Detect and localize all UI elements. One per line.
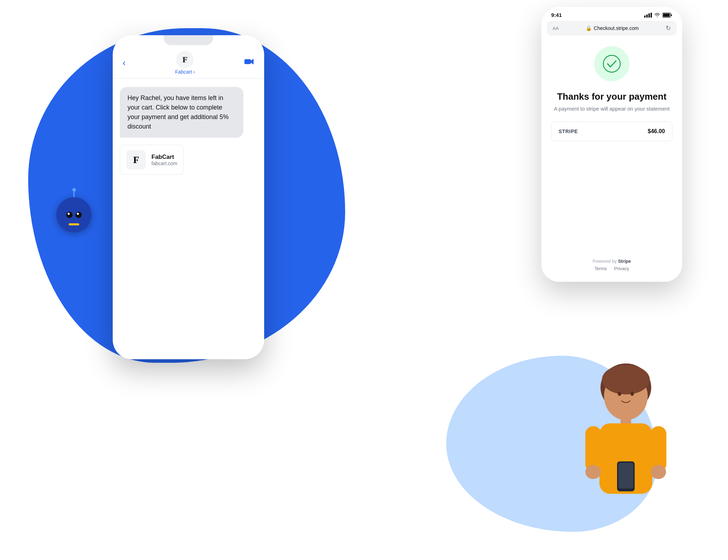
status-icons bbox=[644, 13, 672, 18]
svg-point-18 bbox=[651, 465, 666, 479]
browser-bar[interactable]: AA 🔒 Checkout.stripe.com ↻ bbox=[547, 21, 677, 36]
bot-right-eye bbox=[75, 212, 82, 218]
phone-notch bbox=[164, 35, 213, 45]
svg-rect-2 bbox=[646, 14, 648, 18]
person-svg bbox=[566, 363, 686, 539]
battery-icon bbox=[662, 13, 672, 18]
powered-by: Powered by Stripe bbox=[592, 251, 631, 264]
svg-rect-6 bbox=[663, 13, 670, 17]
url-text: Checkout.stripe.com bbox=[594, 25, 639, 31]
terms-link[interactable]: Terms bbox=[595, 266, 607, 271]
bot-antenna bbox=[74, 191, 75, 197]
success-icon-wrapper bbox=[594, 46, 629, 81]
svg-rect-1 bbox=[644, 15, 646, 18]
app-card[interactable]: F FabCart fabcart.com bbox=[120, 145, 184, 175]
app-card-info: FabCart fabcart.com bbox=[151, 154, 177, 166]
contact-info[interactable]: F Fabcart › bbox=[175, 51, 195, 75]
payment-success-subtitle: A payment to stripe will appear on your … bbox=[554, 106, 670, 112]
app-card-logo: F bbox=[126, 150, 146, 169]
svg-point-10 bbox=[602, 365, 650, 394]
merchant-label: STRIPE bbox=[559, 129, 578, 134]
person-illustration bbox=[559, 342, 693, 539]
footer-links: Terms Privacy bbox=[595, 266, 629, 271]
right-phone: 9:41 AA 🔒 bbox=[541, 7, 682, 282]
svg-point-11 bbox=[618, 392, 621, 396]
app-card-url: fabcart.com bbox=[151, 161, 177, 166]
font-size-label: AA bbox=[553, 26, 559, 31]
bot-face bbox=[66, 212, 82, 218]
svg-rect-3 bbox=[648, 13, 650, 18]
svg-rect-4 bbox=[651, 13, 652, 18]
bot-body bbox=[56, 197, 92, 232]
back-icon[interactable]: ‹ bbox=[123, 57, 126, 68]
signal-icon bbox=[644, 13, 652, 18]
wifi-icon bbox=[654, 13, 660, 18]
bot-left-eye bbox=[66, 212, 73, 218]
contact-avatar: F bbox=[176, 51, 194, 68]
privacy-link[interactable]: Privacy bbox=[614, 266, 629, 271]
left-phone: ‹ F Fabcart › Hey Rachel, you have items… bbox=[113, 35, 264, 359]
svg-point-12 bbox=[630, 392, 634, 396]
contact-name: Fabcart › bbox=[175, 69, 195, 75]
payment-success-title: Thanks for your payment bbox=[557, 91, 667, 102]
stripe-payment-content: Thanks for your payment A payment to str… bbox=[541, 36, 682, 282]
app-card-name: FabCart bbox=[151, 154, 177, 161]
video-call-icon[interactable] bbox=[244, 58, 254, 67]
payment-amount: $46.00 bbox=[648, 128, 665, 135]
browser-url: 🔒 Checkout.stripe.com bbox=[586, 25, 639, 31]
success-checkmark-icon bbox=[603, 55, 621, 73]
bot-mouth bbox=[69, 223, 79, 225]
refresh-icon[interactable]: ↻ bbox=[666, 24, 671, 32]
bot-avatar bbox=[56, 197, 99, 239]
svg-point-7 bbox=[603, 55, 620, 72]
lock-icon: 🔒 bbox=[586, 25, 592, 31]
message-list: Hey Rachel, you have items left in your … bbox=[113, 79, 264, 359]
phone-header: ‹ F Fabcart › bbox=[113, 45, 264, 79]
svg-rect-0 bbox=[244, 59, 251, 64]
status-time: 9:41 bbox=[551, 12, 562, 18]
message-bubble: Hey Rachel, you have items left in your … bbox=[120, 87, 243, 138]
status-bar: 9:41 bbox=[541, 7, 682, 21]
payment-row: STRIPE $46.00 bbox=[551, 122, 672, 141]
svg-rect-20 bbox=[618, 463, 633, 489]
svg-point-17 bbox=[585, 465, 601, 479]
